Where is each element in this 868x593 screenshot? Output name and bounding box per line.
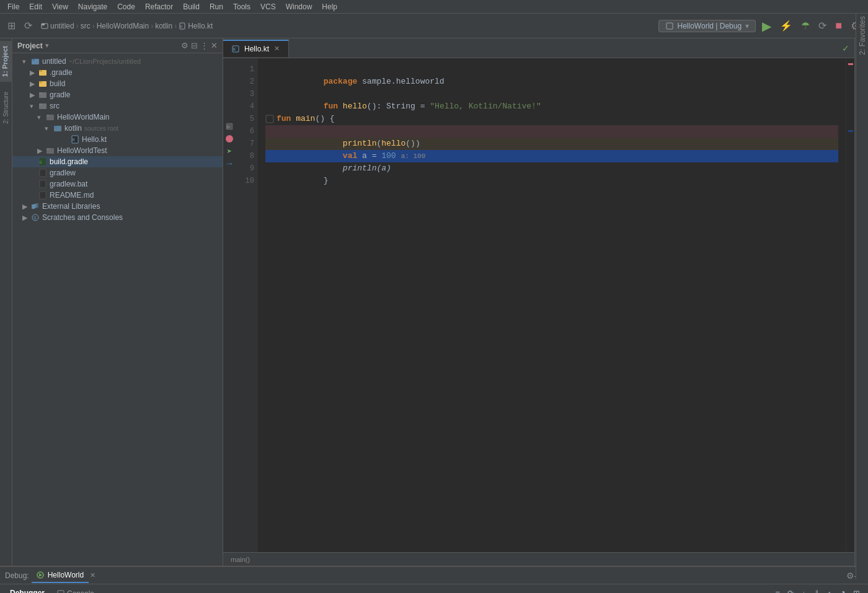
breadcrumb-root[interactable]: untitled xyxy=(41,22,74,30)
code-editor: ▷ ➤ → 1 2 xyxy=(223,58,854,552)
project-panel-title-area[interactable]: Project ▾ xyxy=(17,42,49,50)
tree-label-helloworldtest: HelloWorldTest xyxy=(57,146,107,155)
debug-tab-helloworld[interactable]: HelloWorld xyxy=(32,568,89,583)
console-tab[interactable]: >_ Console xyxy=(52,587,99,594)
tree-label-gradle-folder: gradle xyxy=(50,90,70,99)
menu-edit[interactable]: Edit xyxy=(24,1,47,12)
evaluate-btn[interactable]: ⊞ xyxy=(850,587,863,593)
tree-label-untitled: untitled xyxy=(42,57,66,66)
code-content[interactable]: package sample.helloworld fun hello(): S… xyxy=(258,58,846,552)
gutter-line-3 xyxy=(223,95,236,108)
tree-item-hello-kt[interactable]: K Hello.kt xyxy=(12,134,223,145)
menu-navigate[interactable]: Navigate xyxy=(73,1,112,12)
project-structure-btn[interactable]: ⊞ xyxy=(5,17,18,34)
svg-rect-14 xyxy=(39,103,42,105)
run-config-dropdown-icon: ▾ xyxy=(745,22,749,30)
editor-status-bar: main() xyxy=(223,552,854,566)
profile-button[interactable]: ⟳ xyxy=(816,19,829,33)
tree-item-build-dir[interactable]: ▶ build xyxy=(12,78,223,89)
project-panel-title: Project xyxy=(17,42,43,50)
panel-configure-btn[interactable]: ⚙ xyxy=(181,41,188,50)
step-over-btn[interactable]: ↷ xyxy=(784,587,797,593)
menu-help[interactable]: Help xyxy=(317,1,342,12)
tree-item-readme[interactable]: README.md xyxy=(12,190,223,201)
svg-rect-30 xyxy=(35,203,38,208)
tree-item-build-gradle[interactable]: G build.gradle xyxy=(12,156,223,167)
editor-tab-close-btn[interactable]: ✕ xyxy=(274,45,280,53)
menu-build[interactable]: Build xyxy=(178,1,205,12)
favorites-strip: 2: Favorites xyxy=(856,14,868,579)
svg-rect-25 xyxy=(40,169,46,177)
breadcrumb-kotlin[interactable]: kotlin xyxy=(155,22,172,30)
show-frames-btn[interactable]: ≡ xyxy=(772,587,783,593)
tree-arrow-build-dir: ▶ xyxy=(30,80,38,88)
step-out-btn[interactable]: ↑ xyxy=(825,587,835,593)
svg-rect-22 xyxy=(46,148,50,150)
tree-item-untitled[interactable]: ▾ untitled ~/CLionProjects/untitled xyxy=(12,56,223,67)
tree-label-build-gradle: build.gradle xyxy=(50,157,88,166)
tree-arrow-external-libs: ▶ xyxy=(22,203,31,211)
stop-button[interactable]: ■ xyxy=(833,18,844,33)
gutter-line-1 xyxy=(223,71,236,83)
svg-text:K: K xyxy=(180,24,183,29)
favorites-btn[interactable]: 2: Favorites xyxy=(858,16,867,55)
tree-item-kotlin-src[interactable]: ▾ kotlin sources root xyxy=(12,123,223,134)
editor-tab-hello-kt[interactable]: K Hello.kt ✕ xyxy=(223,40,289,57)
panel-layout-btn[interactable]: ⊟ xyxy=(191,41,198,50)
menu-run[interactable]: Run xyxy=(205,1,228,12)
svg-marker-39 xyxy=(39,573,42,577)
gutter-line-7: ➤ xyxy=(223,145,236,157)
project-panel-tab[interactable]: 1: Project xyxy=(0,41,12,82)
breadcrumb-sep-3: › xyxy=(151,22,153,30)
debug-button[interactable]: ⚡ xyxy=(777,19,795,33)
menu-tools[interactable]: Tools xyxy=(228,1,255,12)
breadcrumb-file[interactable]: K Hello.kt xyxy=(179,22,213,30)
debug-toolbar: ≡ ↷ ↓ ⇓ ↑ ↗ ⊞ xyxy=(772,587,863,593)
editor-gutter-left: ▷ ➤ → xyxy=(223,58,236,552)
tree-arrow-kotlin-src: ▾ xyxy=(45,125,53,133)
tree-item-helloworldmain[interactable]: ▾ HelloWorldMain xyxy=(12,112,223,123)
svg-text:G: G xyxy=(40,160,42,164)
gutter-line-2 xyxy=(223,83,236,95)
structure-tab[interactable]: 2: Structure xyxy=(1,82,11,134)
tree-item-gradle-dir[interactable]: ▶ .gradle xyxy=(12,67,223,78)
tree-arrow-gradle-folder: ▶ xyxy=(30,91,38,99)
menubar: File Edit View Navigate Code Refactor Bu… xyxy=(0,0,868,14)
debug-inner-tabs: Debugger >_ Console → ≡ ↷ ↓ ⇓ ↑ ↗ ⊞ xyxy=(0,584,868,593)
tree-item-gradle-folder[interactable]: ▶ gradle xyxy=(12,89,223,100)
run-config-label: HelloWorld | Debug xyxy=(678,22,742,30)
menu-vcs[interactable]: VCS xyxy=(255,1,281,12)
tree-item-external-libs[interactable]: ▶ External Libraries xyxy=(12,201,223,212)
run-to-cursor-btn[interactable]: ↗ xyxy=(836,587,849,593)
gutter-line-6[interactable] xyxy=(223,133,236,145)
svg-rect-16 xyxy=(46,115,50,116)
menu-window[interactable]: Window xyxy=(281,1,317,12)
tree-item-helloworldtest[interactable]: ▶ HelloWorldTest xyxy=(12,145,223,156)
menu-code[interactable]: Code xyxy=(112,1,140,12)
run-button[interactable]: ▶ xyxy=(760,17,774,35)
menu-view[interactable]: View xyxy=(47,1,73,12)
line-numbers: 1 2 3 4 5 6 7 8 9 10 xyxy=(236,58,258,552)
force-step-into-btn[interactable]: ⇓ xyxy=(810,587,823,593)
sync-btn[interactable]: ⟳ xyxy=(22,17,35,34)
debug-tab-close[interactable]: ✕ xyxy=(90,571,95,579)
panel-settings-btn[interactable]: ⋮ xyxy=(200,41,208,50)
menu-file[interactable]: File xyxy=(2,1,24,12)
svg-text:▷: ▷ xyxy=(227,124,230,130)
tree-item-gradlew[interactable]: gradlew xyxy=(12,167,223,178)
breadcrumb-src[interactable]: src xyxy=(81,22,91,30)
tree-arrow-untitled: ▾ xyxy=(22,58,31,66)
tree-sublabel-untitled: ~/CLionProjects/untitled xyxy=(69,58,141,65)
debug-settings-btn[interactable]: ⚙ xyxy=(846,571,854,581)
breadcrumb-helloworldmain[interactable]: HelloWorldMain xyxy=(97,22,149,30)
tree-item-gradlew-bat[interactable]: gradlew.bat xyxy=(12,178,223,190)
coverage-button[interactable]: ☂ xyxy=(799,19,812,33)
panel-close-btn[interactable]: ✕ xyxy=(211,41,218,50)
menu-refactor[interactable]: Refactor xyxy=(140,1,178,12)
debugger-tab[interactable]: Debugger xyxy=(5,586,50,594)
step-into-btn[interactable]: ↓ xyxy=(799,587,809,593)
svg-rect-37 xyxy=(266,115,273,123)
tree-item-src[interactable]: ▾ src xyxy=(12,100,223,112)
tree-item-scratches[interactable]: ▶ S Scratches and Consoles xyxy=(12,212,223,223)
run-config-display[interactable]: HelloWorld | Debug ▾ xyxy=(658,20,756,32)
